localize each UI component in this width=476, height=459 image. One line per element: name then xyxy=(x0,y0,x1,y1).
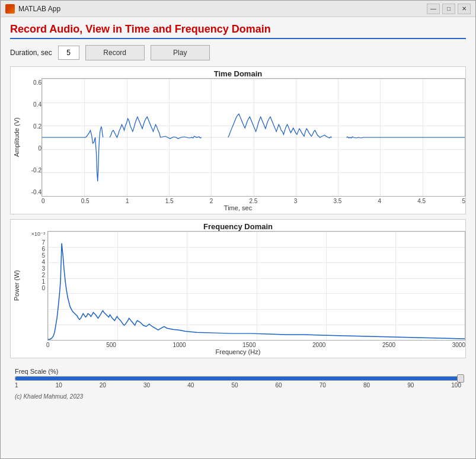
app-icon xyxy=(5,4,15,14)
title-bar-controls: — □ ✕ xyxy=(427,4,471,14)
freq-y-scale: ×10⁻³ xyxy=(23,231,47,237)
grid-v-10 xyxy=(465,79,465,196)
slider-ticks-row: 1 10 20 30 40 50 60 70 80 90 100 xyxy=(10,382,466,389)
freq-x-axis-row: 0 500 1000 1500 2000 2500 3000 xyxy=(46,341,465,348)
title-bar: MATLAB App — □ ✕ xyxy=(1,1,475,17)
app-title: Record Audio, View in Time and Frequency… xyxy=(10,23,466,36)
slider-thumb[interactable] xyxy=(457,374,464,383)
time-y-axis-label: Amplitude (V) xyxy=(11,78,23,197)
time-x-ticks: 0 0.5 1 1.5 2 2.5 3 3.5 4 4.5 5 xyxy=(41,197,465,204)
duration-input[interactable] xyxy=(58,46,79,60)
grid-h-6 xyxy=(42,196,465,197)
freq-x-ticks: 0 500 1000 1500 2000 2500 3000 xyxy=(46,341,465,348)
play-button[interactable]: Play xyxy=(151,45,210,60)
time-x-axis-row: 0 0.5 1 1.5 2 2.5 3 3.5 4 4.5 5 xyxy=(41,197,465,204)
time-domain-title: Time Domain xyxy=(11,67,465,78)
title-bar-text: MATLAB App xyxy=(18,5,427,13)
minimize-button[interactable]: — xyxy=(427,4,440,14)
time-chart-area: Amplitude (V) 0.6 0.4 0.2 0 -0.2 -0.4 xyxy=(11,78,465,197)
slider-fill xyxy=(15,377,461,380)
freq-y-ticks: 7 6 5 4 3 2 1 0 xyxy=(23,238,45,293)
time-domain-chart: Time Domain Amplitude (V) 0.6 0.4 0.2 0 … xyxy=(10,66,466,214)
freq-waveform xyxy=(48,232,465,340)
slider-track[interactable] xyxy=(15,376,461,381)
content-area: Record Audio, View in Time and Frequency… xyxy=(1,17,475,458)
duration-label: Duration, sec xyxy=(10,49,52,57)
controls-row: Duration, sec Record Play xyxy=(10,45,466,60)
freq-y-axis-container: ×10⁻³ 7 6 5 4 3 2 1 0 xyxy=(23,231,47,341)
time-domain-plot xyxy=(41,78,465,197)
time-waveform xyxy=(42,79,465,196)
title-underline xyxy=(10,38,466,39)
freq-chart-area: Power (W) ×10⁻³ 7 6 5 4 3 2 1 0 xyxy=(11,231,465,341)
close-button[interactable]: ✕ xyxy=(458,4,471,14)
footer-text: (c) Khaled Mahmud, 2023 xyxy=(10,393,466,400)
freq-y-axis-label: Power (W) xyxy=(11,231,23,341)
slider-section: Freq Scale (%) 1 10 20 30 40 50 60 70 80… xyxy=(10,365,466,391)
slider-label: Freq Scale (%) xyxy=(15,368,466,375)
freq-domain-plot xyxy=(47,231,465,341)
freq-x-label: Frequency (Hz) xyxy=(11,348,465,355)
time-x-label: Time, sec xyxy=(11,204,465,211)
freq-domain-chart: Frequency Domain Power (W) ×10⁻³ 7 6 5 4… xyxy=(10,219,466,358)
slider-wrapper xyxy=(10,376,466,381)
freq-domain-title: Frequency Domain xyxy=(11,220,465,231)
record-button[interactable]: Record xyxy=(85,45,145,60)
maximize-button[interactable]: □ xyxy=(442,4,455,14)
main-window: MATLAB App — □ ✕ Record Audio, View in T… xyxy=(0,0,476,459)
time-y-ticks: 0.6 0.4 0.2 0 -0.2 -0.4 xyxy=(23,78,41,197)
